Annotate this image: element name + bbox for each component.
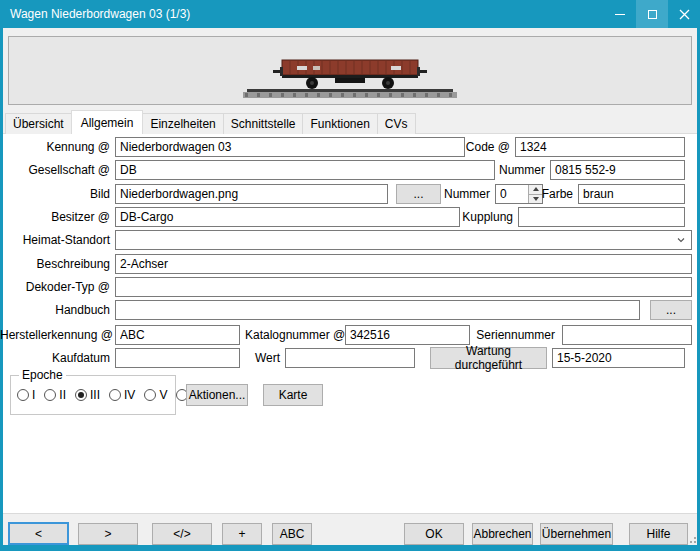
epoche-radio-5[interactable]: V xyxy=(144,388,167,402)
aktionen-button[interactable]: Aktionen... xyxy=(186,384,248,406)
window-title: Wagen Niederbordwagen 03 (1/3) xyxy=(0,7,604,21)
kennung-label: Kennung @ xyxy=(0,137,110,157)
titlebar: Wagen Niederbordwagen 03 (1/3) xyxy=(0,0,700,28)
tab-cvs[interactable]: CVs xyxy=(377,113,416,134)
seriennummer-input[interactable] xyxy=(562,325,692,345)
handbuch-browse-button[interactable]: ... xyxy=(650,300,692,320)
seriennummer-label: Seriennummer xyxy=(470,325,555,345)
minimize-icon xyxy=(615,14,625,15)
epoche-radio-2[interactable]: II xyxy=(44,388,66,402)
radio-label: II xyxy=(59,388,66,402)
gesellschaft-label: Gesellschaft @ xyxy=(0,160,110,180)
wert-input[interactable] xyxy=(285,348,415,368)
epoche-radio-4[interactable]: IV xyxy=(109,388,135,402)
tab-funktionen[interactable]: Funktionen xyxy=(302,113,377,134)
wagennummer-spinner xyxy=(495,184,543,204)
besitzer-label: Besitzer @ xyxy=(0,207,110,227)
heimat-standort-select[interactable] xyxy=(115,230,692,250)
ok-button[interactable]: OK xyxy=(404,523,464,545)
close-button[interactable] xyxy=(668,0,700,28)
wagennummer-input[interactable] xyxy=(496,185,528,203)
code-view-button[interactable]: </> xyxy=(152,523,212,545)
radio-icon xyxy=(44,389,56,401)
dialog-window: Wagen Niederbordwagen 03 (1/3) xyxy=(0,0,700,551)
maximize-button[interactable] xyxy=(636,0,668,28)
kennung-input[interactable] xyxy=(115,137,465,157)
bild-label: Bild xyxy=(0,184,110,204)
farbe-label: Farbe xyxy=(540,184,573,204)
herstellerkennung-label: Herstellerkennung @ xyxy=(0,325,110,345)
tab-uebersicht[interactable]: Übersicht xyxy=(5,113,72,134)
karte-button[interactable]: Karte xyxy=(263,384,323,406)
katalognummer-label: Katalognummer @ xyxy=(245,325,340,345)
prev-record-button[interactable]: < xyxy=(8,522,69,545)
beschreibung-label: Beschreibung xyxy=(0,254,110,274)
window-controls xyxy=(604,0,700,28)
resize-grip[interactable] xyxy=(686,533,696,543)
spin-up-icon xyxy=(533,187,539,191)
maximize-icon xyxy=(648,10,657,19)
spin-down-icon xyxy=(533,197,539,201)
epoche-radio-group: I II III IV V VI xyxy=(17,388,203,402)
epoche-radio-3[interactable]: III xyxy=(75,388,100,402)
radio-icon xyxy=(109,389,121,401)
help-button[interactable]: Hilfe xyxy=(629,523,688,545)
wartung-datum-input[interactable] xyxy=(552,348,685,368)
beschreibung-input[interactable] xyxy=(115,254,692,274)
code-input[interactable] xyxy=(515,137,685,157)
tab-label: Einzelheiten xyxy=(150,117,215,131)
cancel-button[interactable]: Abbrechen xyxy=(472,523,533,545)
minimize-button[interactable] xyxy=(604,0,636,28)
gesellschaft-input[interactable] xyxy=(115,160,495,180)
abc-button[interactable]: ABC xyxy=(272,523,312,545)
radio-icon xyxy=(17,389,29,401)
radio-icon xyxy=(144,389,156,401)
wagennummer-label: Nummer xyxy=(440,184,490,204)
tab-allgemein[interactable]: Allgemein xyxy=(71,110,144,134)
farbe-input[interactable] xyxy=(578,184,685,204)
nummer-label: Nummer xyxy=(497,160,545,180)
close-icon xyxy=(679,9,690,20)
katalognummer-input[interactable] xyxy=(345,325,470,345)
radio-label: I xyxy=(32,388,35,402)
apply-button[interactable]: Übernehmen xyxy=(540,523,613,545)
tab-schnittstelle[interactable]: Schnittstelle xyxy=(223,113,304,134)
kaufdatum-input[interactable] xyxy=(115,348,240,368)
radio-label: IV xyxy=(124,388,135,402)
add-button[interactable]: + xyxy=(222,523,262,545)
wagon-image xyxy=(235,40,465,102)
handbuch-input[interactable] xyxy=(115,300,640,320)
herstellerkennung-input[interactable] xyxy=(115,325,240,345)
epoche-radio-1[interactable]: I xyxy=(17,388,35,402)
tab-label: CVs xyxy=(385,117,408,131)
code-label: Code @ xyxy=(448,137,510,157)
tab-label: Übersicht xyxy=(13,117,64,131)
wert-label: Wert xyxy=(245,348,280,368)
tab-label: Allgemein xyxy=(81,116,134,130)
radio-label: III xyxy=(90,388,100,402)
bild-browse-button[interactable]: ... xyxy=(396,184,441,204)
besitzer-input[interactable] xyxy=(115,207,460,227)
bild-input[interactable] xyxy=(115,184,388,204)
kupplung-input[interactable] xyxy=(518,207,685,227)
wagon-preview-panel xyxy=(8,36,692,105)
tab-strip: Übersicht Allgemein Einzelheiten Schnitt… xyxy=(5,110,415,134)
next-record-button[interactable]: > xyxy=(78,523,138,545)
kaufdatum-label: Kaufdatum xyxy=(0,348,110,368)
radio-checked-icon xyxy=(75,389,87,401)
tab-label: Funktionen xyxy=(310,117,369,131)
tab-einzelheiten[interactable]: Einzelheiten xyxy=(142,113,223,134)
epoche-legend: Epoche xyxy=(19,368,66,382)
kupplung-label: Kupplung xyxy=(460,207,513,227)
dekoder-typ-label: Dekoder-Typ @ xyxy=(0,277,110,297)
radio-label: V xyxy=(159,388,167,402)
heimat-standort-label: Heimat-Standort xyxy=(0,230,110,250)
wartung-durchgefuehrt-button[interactable]: Wartung durchgeführt xyxy=(430,347,547,369)
chevron-down-icon xyxy=(677,236,685,244)
dekoder-typ-input[interactable] xyxy=(115,277,692,297)
tab-label: Schnittstelle xyxy=(231,117,296,131)
handbuch-label: Handbuch xyxy=(0,300,110,320)
nummer-input[interactable] xyxy=(550,160,685,180)
